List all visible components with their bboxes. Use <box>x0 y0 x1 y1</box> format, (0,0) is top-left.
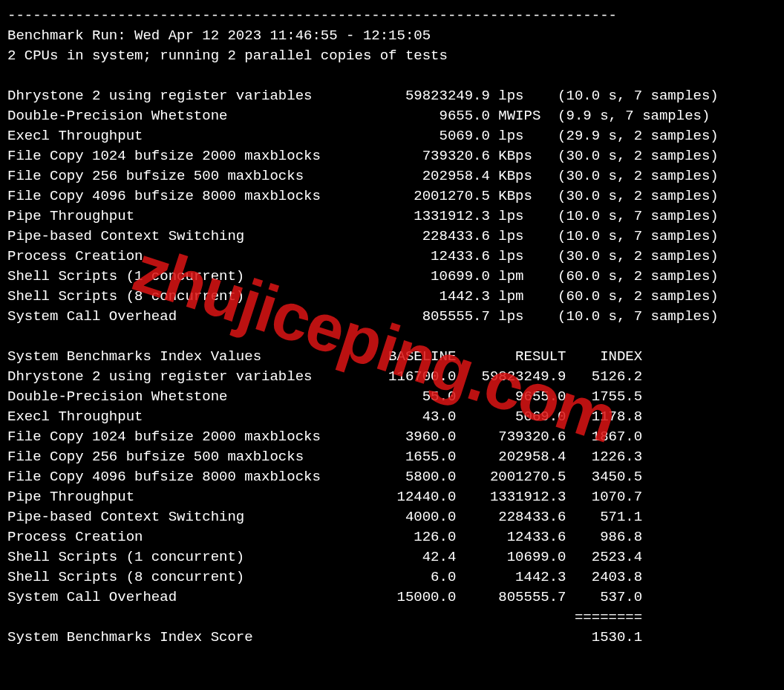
terminal-output: ----------------------------------------… <box>0 0 784 655</box>
divider-line: ----------------------------------------… <box>7 7 617 24</box>
score-divider: ======== <box>7 609 642 625</box>
cpu-info-line: 2 CPUs in system; running 2 parallel cop… <box>7 48 448 64</box>
index-header: System Benchmarks Index Values BASELINE … <box>7 348 642 365</box>
index-block: Dhrystone 2 using register variables 116… <box>7 368 642 605</box>
results-block: Dhrystone 2 using register variables 598… <box>7 88 719 325</box>
score-line: System Benchmarks Index Score 1530.1 <box>7 629 642 645</box>
benchmark-run-line: Benchmark Run: Wed Apr 12 2023 11:46:55 … <box>7 27 431 44</box>
